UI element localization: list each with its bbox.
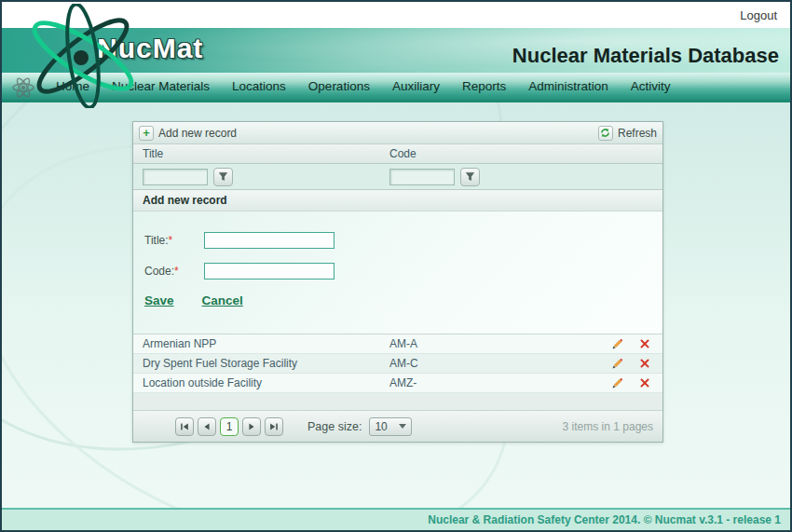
application-window: Logout NucMat Nuclear Materials Database… [0,0,792,532]
logout-link[interactable]: Logout [740,8,777,22]
brand-logo-text: NucMat [97,33,203,64]
nav-item-operations[interactable]: Operations [297,79,381,93]
row-title-cell: Location outside Facility [133,376,389,389]
column-header-code[interactable]: Code [389,147,662,160]
column-header-title[interactable]: Title [133,147,389,160]
footer-bar: Nuclear & Radiation Safety Center 2014. … [2,508,790,530]
prev-page-button[interactable] [198,417,216,436]
table-row[interactable]: Dry Spent Fuel Storage Facility AM-C [133,354,662,374]
page-title: Nuclear Materials Database [512,44,779,68]
delete-x-icon[interactable] [638,376,651,389]
grid-pager: 1 Page size: 10 3 items in 1 pages [133,411,662,442]
page-size-label: Page size: [307,420,362,433]
edit-pencil-icon[interactable] [611,357,624,370]
next-page-icon [246,421,257,432]
pager-status: 3 items in 1 pages [563,420,653,433]
first-page-icon [179,421,190,432]
current-page-button[interactable]: 1 [220,417,239,436]
row-code-cell: AMZ- [389,376,579,389]
edit-pencil-icon[interactable] [611,337,624,350]
title-field-label: Title:* [144,234,204,247]
table-row[interactable]: Armenian NPP AM-A [133,334,662,354]
first-page-button[interactable] [175,417,194,436]
funnel-icon [218,171,228,182]
nav-item-administration[interactable]: Administration [517,79,620,93]
nav-item-reports[interactable]: Reports [451,79,517,93]
row-code-cell: AM-A [389,337,579,350]
title-filter-button[interactable] [213,168,233,186]
grid-header-row: Title Code [133,144,662,164]
content-area: + Add new record Refresh [2,102,790,508]
nav-atom-icon [11,75,35,100]
footer-text: Nuclear & Radiation Safety Center 2014. … [428,513,781,526]
last-page-button[interactable] [265,417,283,436]
add-new-record-button[interactable]: + Add new record [139,126,237,141]
page-size-dropdown[interactable]: 10 [369,417,412,436]
add-new-record-label: Add new record [158,127,237,140]
row-title-cell: Armenian NPP [133,337,389,350]
grid-toolbar: + Add new record Refresh [133,122,662,144]
funnel-icon [465,171,475,182]
plus-icon: + [139,126,154,141]
code-field[interactable] [204,263,335,280]
locations-grid-panel: + Add new record Refresh [132,121,663,443]
last-page-icon [268,421,280,432]
nav-item-activity[interactable]: Activity [620,79,682,93]
table-row[interactable]: Location outside Facility AMZ- [133,374,662,393]
title-filter-input[interactable] [143,169,208,185]
form-header: Add new record [133,190,662,211]
grid-filter-row [133,164,662,190]
code-filter-input[interactable] [389,169,455,185]
refresh-button[interactable]: Refresh [598,126,657,141]
code-field-label: Code:* [144,265,204,278]
row-title-cell: Dry Spent Fuel Storage Facility [133,357,389,370]
delete-x-icon[interactable] [638,337,651,350]
next-page-button[interactable] [242,417,261,436]
page-size-value: 10 [375,420,387,433]
chevron-down-icon [399,424,406,429]
row-code-cell: AM-C [389,357,579,370]
save-button[interactable]: Save [144,293,174,307]
nav-item-locations[interactable]: Locations [221,79,297,93]
main-nav: Home Nuclear Materials Locations Operati… [2,73,790,102]
required-marker: * [174,265,179,278]
grid-empty-strip [133,393,662,411]
nav-item-home[interactable]: Home [45,79,101,93]
add-record-form: Title:* Code:* Save Cancel [133,211,662,334]
required-marker: * [169,234,173,247]
header-banner: NucMat Nuclear Materials Database [2,28,790,73]
refresh-label: Refresh [618,127,657,140]
nav-item-nuclear-materials[interactable]: Nuclear Materials [101,79,221,93]
prev-page-icon [201,421,212,432]
edit-pencil-icon[interactable] [611,376,624,389]
refresh-icon [598,126,613,141]
cancel-button[interactable]: Cancel [202,293,243,307]
title-field[interactable] [204,232,335,249]
code-filter-button[interactable] [460,168,480,186]
delete-x-icon[interactable] [638,357,651,370]
top-strip: Logout [2,2,790,28]
nav-item-auxiliary[interactable]: Auxiliary [381,79,451,93]
